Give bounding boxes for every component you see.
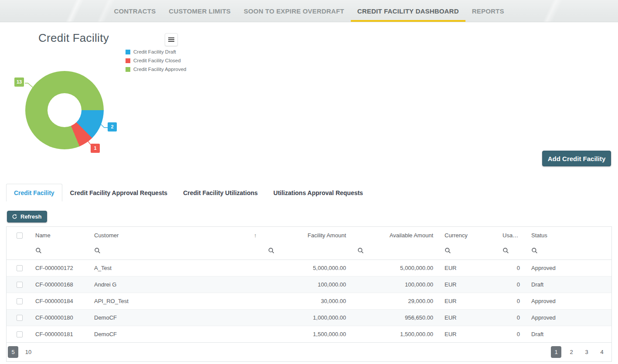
table-row[interactable]: CF-000000172 A_Test 5,000,000.00 5,000,0… bbox=[7, 260, 611, 276]
slice-label-closed: 1 bbox=[91, 144, 100, 153]
cell-currency: EUR bbox=[438, 309, 496, 326]
row-checkbox[interactable] bbox=[17, 315, 23, 321]
refresh-button[interactable]: Refresh bbox=[7, 211, 47, 222]
cell-facility-amount: 1,000,000.00 bbox=[262, 309, 351, 326]
nav-item-reports[interactable]: REPORTS bbox=[465, 0, 511, 22]
cell-usage: 0 bbox=[496, 276, 525, 293]
cell-available-amount: 29,000.00 bbox=[351, 293, 438, 309]
row-checkbox[interactable] bbox=[17, 282, 23, 288]
page-selector: 1 2 3 4 bbox=[551, 346, 607, 358]
search-icon[interactable] bbox=[35, 247, 42, 254]
cell-facility-amount: 100,000.00 bbox=[262, 276, 351, 293]
search-icon[interactable] bbox=[357, 247, 364, 254]
table-row[interactable]: CF-000000180 DemoCF 1,000,000.00 956,650… bbox=[7, 309, 611, 326]
cell-status: Approved bbox=[525, 260, 611, 276]
filter-row bbox=[7, 243, 611, 260]
tab-credit-facility-approval-requests[interactable]: Credit Facility Approval Requests bbox=[62, 184, 176, 202]
refresh-icon bbox=[12, 214, 17, 219]
page-size-option-5[interactable]: 5 bbox=[8, 346, 18, 358]
search-icon[interactable] bbox=[503, 247, 509, 254]
select-all-cell bbox=[7, 227, 29, 243]
cell-currency: EUR bbox=[438, 326, 496, 342]
nav-item-credit-facility-dashboard[interactable]: CREDIT FACILITY DASHBOARD bbox=[351, 0, 465, 22]
search-icon[interactable] bbox=[268, 247, 275, 254]
cell-status: Approved bbox=[525, 309, 611, 326]
page-size-option-10[interactable]: 10 bbox=[23, 346, 34, 358]
table-row[interactable]: CF-000000184 API_RO_Test 30,000.00 29,00… bbox=[7, 293, 611, 309]
column-header-name[interactable]: Name bbox=[29, 227, 88, 243]
page-button-2[interactable]: 2 bbox=[566, 346, 577, 358]
tab-utilizations-approval-requests[interactable]: Utilizations Approval Requests bbox=[265, 184, 371, 202]
header-row: Name Customer ↑ Facility Amount Availabl… bbox=[7, 227, 611, 243]
column-header-usage-percentage[interactable]: Usage P... bbox=[496, 227, 525, 243]
cell-name: CF-000000181 bbox=[29, 326, 88, 342]
column-header-currency[interactable]: Currency bbox=[438, 227, 496, 243]
cell-available-amount: 956,650.00 bbox=[351, 309, 438, 326]
cell-customer: DemoCF bbox=[88, 309, 262, 326]
search-icon[interactable] bbox=[94, 247, 101, 254]
page-button-3[interactable]: 3 bbox=[581, 346, 592, 358]
cell-customer: DemoCF bbox=[88, 326, 262, 342]
cell-usage: 0 bbox=[496, 326, 525, 342]
cell-name: CF-000000184 bbox=[29, 293, 88, 309]
cell-name: CF-000000172 bbox=[29, 260, 88, 276]
select-all-checkbox[interactable] bbox=[17, 233, 23, 239]
search-icon[interactable] bbox=[445, 247, 451, 254]
cell-facility-amount: 5,000,000.00 bbox=[262, 260, 351, 276]
cell-available-amount: 5,000,000.00 bbox=[351, 260, 438, 276]
cell-status: Draft bbox=[525, 326, 611, 342]
tab-credit-facility[interactable]: Credit Facility bbox=[6, 184, 62, 202]
cell-usage: 0 bbox=[496, 293, 525, 309]
column-header-facility-amount[interactable]: Facility Amount bbox=[262, 227, 351, 243]
cell-status: Draft bbox=[525, 276, 611, 293]
cell-customer: API_RO_Test bbox=[88, 293, 262, 309]
cell-facility-amount: 30,000.00 bbox=[262, 293, 351, 309]
add-credit-facility-button[interactable]: Add Credit Facility bbox=[542, 151, 611, 166]
donut-chart-area: 13 2 1 bbox=[0, 24, 187, 177]
cell-available-amount: 1,500,000.00 bbox=[351, 326, 438, 342]
cell-status: Approved bbox=[525, 293, 611, 309]
column-header-label: Customer bbox=[94, 232, 119, 239]
credit-facility-grid: Name Customer ↑ Facility Amount Availabl… bbox=[6, 226, 612, 362]
cell-name: CF-000000180 bbox=[29, 309, 88, 326]
cell-customer: Andrei G bbox=[88, 276, 262, 293]
search-icon[interactable] bbox=[531, 247, 538, 254]
cell-currency: EUR bbox=[438, 276, 496, 293]
nav-item-soon-to-expire-overdraft[interactable]: SOON TO EXPIRE OVERDRAFT bbox=[237, 0, 350, 22]
row-checkbox[interactable] bbox=[17, 298, 23, 304]
cell-usage: 0 bbox=[496, 309, 525, 326]
refresh-label: Refresh bbox=[20, 213, 41, 220]
page-size-selector: 5 10 bbox=[8, 346, 34, 358]
column-header-customer[interactable]: Customer ↑ bbox=[88, 227, 262, 243]
cell-currency: EUR bbox=[438, 260, 496, 276]
tab-strip: Credit Facility Credit Facility Approval… bbox=[6, 184, 371, 202]
cell-usage: 0 bbox=[496, 260, 525, 276]
tab-credit-facility-utilizations[interactable]: Credit Facility Utilizations bbox=[175, 184, 265, 202]
column-header-available-amount[interactable]: Available Amount bbox=[351, 227, 438, 243]
row-checkbox[interactable] bbox=[17, 331, 23, 337]
nav-item-contracts[interactable]: CONTRACTS bbox=[107, 0, 162, 22]
page-button-4[interactable]: 4 bbox=[597, 346, 607, 358]
page-button-1[interactable]: 1 bbox=[551, 346, 561, 358]
row-checkbox[interactable] bbox=[17, 265, 23, 271]
cell-available-amount: 100,000.00 bbox=[351, 276, 438, 293]
table-row[interactable]: CF-000000168 Andrei G 100,000.00 100,000… bbox=[7, 276, 611, 293]
top-nav: CONTRACTS CUSTOMER LIMITS SOON TO EXPIRE… bbox=[0, 0, 618, 22]
sort-ascending-icon: ↑ bbox=[254, 232, 257, 239]
slice-label-approved: 13 bbox=[14, 78, 24, 87]
table-row[interactable]: CF-000000181 DemoCF 1,500,000.00 1,500,0… bbox=[7, 326, 611, 342]
donut-chart[interactable] bbox=[25, 71, 104, 149]
cell-currency: EUR bbox=[438, 293, 496, 309]
cell-facility-amount: 1,500,000.00 bbox=[262, 326, 351, 342]
column-header-status[interactable]: Status bbox=[525, 227, 611, 243]
grid-pager: 5 10 1 2 3 4 bbox=[7, 342, 611, 361]
slice-label-draft: 2 bbox=[108, 122, 117, 131]
nav-item-customer-limits[interactable]: CUSTOMER LIMITS bbox=[162, 0, 237, 22]
cell-name: CF-000000168 bbox=[29, 276, 88, 293]
cell-customer: A_Test bbox=[88, 260, 262, 276]
